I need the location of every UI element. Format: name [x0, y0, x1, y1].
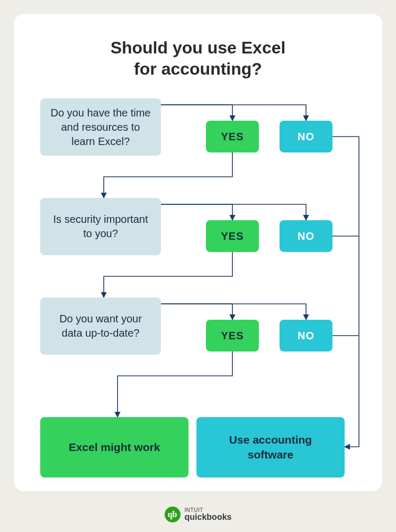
q1-no-option: NO: [280, 121, 332, 152]
q3-yes-option: YES: [206, 320, 259, 351]
outcome-excel: Excel might work: [40, 417, 188, 477]
q1-yes-option: YES: [206, 121, 259, 152]
question-1: Do you have the time and resources to le…: [40, 98, 161, 156]
q2-yes-option: YES: [206, 220, 259, 252]
q3-no-option: NO: [280, 320, 332, 351]
question-3: Do you want your data up-to-date?: [40, 297, 161, 355]
question-2: Is security important to you?: [40, 198, 161, 255]
title-line-2: for accounting?: [134, 59, 262, 78]
outcome-software: Use accounting software: [196, 417, 345, 477]
quickbooks-logo-icon: qb: [165, 507, 181, 522]
brand-text: INTUIT quickbooks: [185, 508, 232, 521]
diagram-card: Should you use Excel for accounting?: [14, 14, 382, 491]
footer-brand: qb INTUIT quickbooks: [0, 507, 396, 522]
title-line-1: Should you use Excel: [111, 38, 286, 57]
brand-bottom: quickbooks: [185, 513, 232, 521]
q2-no-option: NO: [280, 220, 332, 252]
diagram-title: Should you use Excel for accounting?: [14, 37, 382, 79]
